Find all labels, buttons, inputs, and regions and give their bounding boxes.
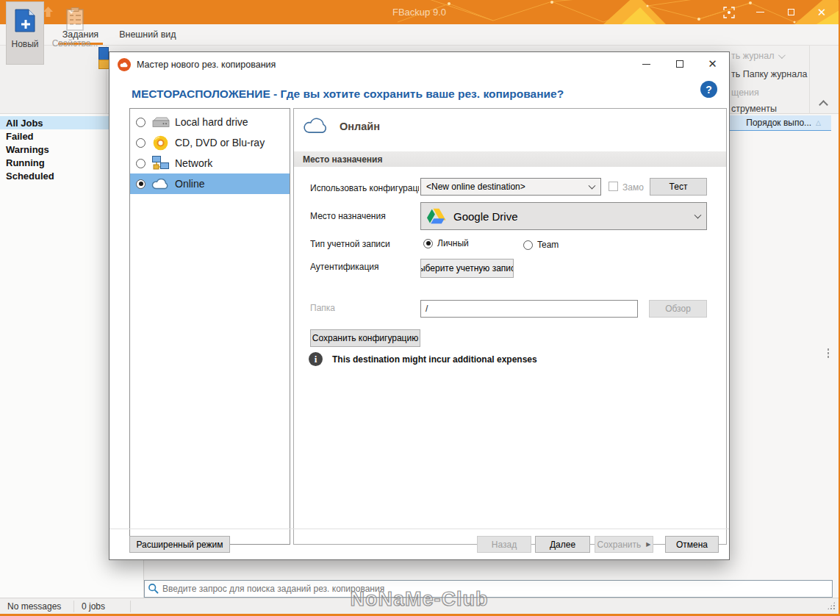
- wizard-app-icon: [118, 58, 131, 71]
- lock-checkbox[interactable]: [609, 182, 618, 191]
- ribbon-item-journal[interactable]: ть журнал: [731, 51, 783, 61]
- menubar: Файл Задания Внешний вид: [0, 24, 839, 46]
- statusbar: No messages 0 jobs: [0, 598, 839, 616]
- ribbon-separator: [809, 46, 810, 114]
- next-button[interactable]: Далее: [535, 536, 590, 553]
- team-radio[interactable]: Team: [523, 240, 559, 250]
- dialog-titlebar: Мастер нового рез. копирования ✕: [110, 52, 729, 76]
- window-controls: ✕: [714, 0, 837, 24]
- radio-network[interactable]: [136, 159, 146, 168]
- config-combobox[interactable]: <New online destination>: [420, 178, 601, 196]
- ribbon-properties-label: Свойства...: [52, 38, 98, 49]
- minimize-button[interactable]: [744, 0, 775, 24]
- radio-online[interactable]: [136, 179, 146, 189]
- dialog-maximize-button[interactable]: [663, 52, 696, 76]
- new-job-icon: [14, 8, 36, 33]
- ribbon-item-tools[interactable]: струменты: [731, 104, 777, 114]
- browse-button[interactable]: Обзор: [649, 300, 707, 318]
- search-icon: [148, 583, 159, 595]
- network-icon: [151, 155, 170, 171]
- footer-separator: [110, 529, 729, 529]
- close-button[interactable]: ✕: [806, 0, 837, 24]
- maximize-button[interactable]: [775, 0, 806, 24]
- cloud-large-icon: [303, 118, 329, 135]
- optical-disc-icon: [151, 135, 170, 151]
- radio-local[interactable]: [136, 118, 146, 127]
- save-configuration-button[interactable]: Сохранить конфигурацию: [310, 329, 420, 347]
- info-note: i This destination might incur additiona…: [309, 352, 537, 366]
- capture-mode-icon[interactable]: [714, 0, 744, 24]
- sort-ascending-icon: △: [816, 119, 821, 126]
- status-jobs-count: 0 jobs: [74, 601, 130, 612]
- search-bar: [144, 580, 833, 598]
- dialog-title: Мастер нового рез. копирования: [137, 60, 276, 70]
- lock-checkbox-label: Замо: [622, 182, 644, 193]
- search-input[interactable]: [162, 584, 832, 594]
- ribbon-properties-button[interactable]: Свойства...: [49, 1, 101, 65]
- folder-label: Папка: [310, 303, 335, 313]
- help-icon[interactable]: ?: [700, 81, 717, 98]
- ribbon-new-label: Новый: [11, 39, 38, 49]
- splitter-handle[interactable]: [827, 348, 830, 359]
- app-window: FBackup 9.0 ✕ Файл Задания Внешний вид Н…: [0, 0, 840, 616]
- destination-option-cd-dvd[interactable]: CD, DVD or Blu-ray: [130, 132, 290, 153]
- folder-input[interactable]: /: [420, 300, 638, 318]
- properties-icon: [65, 7, 85, 32]
- advanced-mode-button[interactable]: Расширенный режим: [129, 536, 230, 553]
- dialog-window-controls: ✕: [630, 52, 729, 76]
- cancel-button[interactable]: Отмена: [665, 536, 719, 553]
- save-split-button[interactable]: Сохранить▶: [595, 536, 653, 553]
- ribbon-item-journal-folder[interactable]: ть Папку журнала: [731, 69, 807, 79]
- account-type-label: Тип учетной записи: [310, 239, 390, 249]
- destination-combobox[interactable]: Google Drive: [420, 202, 707, 230]
- info-text: This destination might incur additional …: [332, 354, 537, 365]
- hard-drive-icon: [151, 114, 170, 130]
- app-titlebar: FBackup 9.0 ✕: [0, 0, 839, 24]
- chevron-down-icon: [694, 212, 702, 219]
- destination-type-list: Local hard drive CD, DVD or Blu-ray: [129, 108, 290, 545]
- status-messages: No messages: [0, 601, 73, 612]
- test-button[interactable]: Тест: [650, 178, 707, 196]
- personal-radio[interactable]: Личный: [423, 238, 469, 248]
- choose-account-button[interactable]: ыберите учетную запис: [420, 259, 514, 278]
- menu-view[interactable]: Внешний вид: [109, 24, 186, 45]
- chevron-down-icon: [589, 182, 596, 190]
- radio-cd-dvd[interactable]: [136, 138, 146, 148]
- wizard-dialog: Мастер нового рез. копирования ✕ МЕСТОРА…: [109, 51, 730, 560]
- destination-label: Место назначения: [310, 211, 386, 221]
- cloud-icon: [151, 176, 170, 192]
- destination-group-header: Место назначения: [294, 151, 726, 167]
- online-settings-panel: Онлайн Место назначения Использовать кон…: [293, 108, 727, 545]
- info-icon: i: [309, 352, 323, 366]
- back-button[interactable]: Назад: [477, 536, 531, 553]
- dialog-minimize-button[interactable]: [630, 52, 663, 76]
- destination-option-online[interactable]: Online: [130, 173, 290, 194]
- destination-option-network[interactable]: Network: [130, 153, 290, 173]
- wizard-heading: МЕСТОРАСПОЛОЖЕНИЕ - Где вы хотите сохран…: [132, 87, 564, 101]
- resize-grip[interactable]: [827, 601, 836, 610]
- authentication-label: Аутентификация: [310, 262, 379, 272]
- destination-option-local[interactable]: Local hard drive: [130, 112, 290, 132]
- panel-title: Онлайн: [340, 121, 380, 132]
- config-label: Использовать конфигураци: [310, 183, 419, 193]
- ribbon-item-notifications[interactable]: щения: [731, 87, 759, 98]
- ribbon-new-button[interactable]: Новый: [6, 1, 44, 65]
- dialog-close-button[interactable]: ✕: [696, 52, 729, 76]
- save-dropdown-icon: ▶: [646, 541, 650, 548]
- google-drive-icon: [426, 207, 446, 225]
